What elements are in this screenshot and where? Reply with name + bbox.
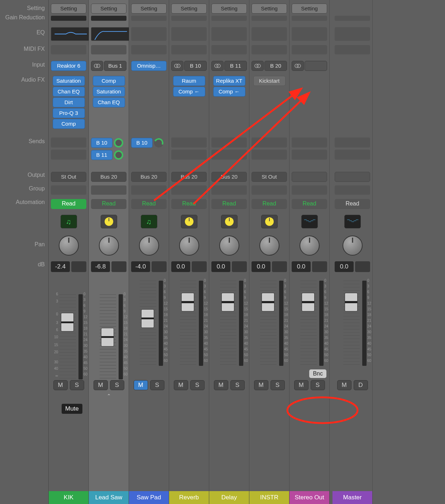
db-value[interactable]: 0.0 [292, 261, 311, 272]
input-plugin[interactable]: Omnisp… [131, 61, 167, 71]
track-type-icon[interactable]: ♫ [61, 215, 77, 228]
group-slot[interactable] [51, 185, 86, 195]
fader-handle[interactable] [141, 309, 154, 328]
audio-fx-slot[interactable] [335, 76, 370, 133]
fader-handle[interactable] [181, 293, 194, 311]
mute-button[interactable]: M [134, 380, 148, 390]
setting-button[interactable]: Setting [292, 4, 327, 14]
pan-knob[interactable] [219, 236, 239, 256]
solo-button[interactable]: S [230, 380, 245, 390]
fader-area[interactable]: 03691215182124303540455060 [131, 278, 171, 368]
input-plugin[interactable]: Reaktor 6 [51, 61, 86, 71]
eq-thumbnail[interactable] [171, 27, 207, 41]
setting-button[interactable]: Setting [51, 4, 86, 14]
mute-button[interactable]: M [254, 380, 268, 390]
sends-slot[interactable] [211, 137, 247, 163]
stereo-icon[interactable] [252, 61, 264, 71]
db-value[interactable]: 0.0 [211, 261, 230, 272]
audio-fx-plugin[interactable]: Replika XT [213, 76, 245, 86]
audio-fx-slot[interactable]: SaturationChan EQDirtPro-Q 3Comp [51, 76, 86, 133]
input-slot[interactable]: Bus 1 [91, 61, 126, 71]
setting-button[interactable]: Setting [252, 4, 287, 14]
sends-slot[interactable] [252, 137, 287, 163]
channel-strip-sawpad[interactable]: SettingOmnisp…B 10Bus 20Read♫-4.00369121… [129, 0, 169, 504]
stereo-icon[interactable] [292, 61, 304, 71]
input-slot[interactable] [292, 61, 327, 71]
track-type-icon[interactable] [261, 215, 278, 228]
midi-fx-slot[interactable] [91, 45, 126, 54]
pan-knob[interactable] [179, 236, 199, 256]
setting-button[interactable]: Setting [171, 4, 207, 14]
solo-button[interactable]: S [110, 380, 124, 390]
audio-fx-slot[interactable]: CompSaturationChan EQ [91, 76, 126, 133]
sends-slot[interactable] [51, 137, 86, 163]
solo-button[interactable]: S [70, 380, 84, 390]
output-slot[interactable] [292, 172, 327, 182]
midi-fx-slot[interactable] [335, 45, 370, 54]
input-slot[interactable]: Reaktor 6 [51, 61, 86, 71]
output-slot[interactable]: St Out [51, 172, 86, 182]
track-name[interactable]: INSTR [249, 491, 289, 504]
track-name[interactable]: Delay [209, 491, 249, 504]
fader-area[interactable]: 0369121518212430354045506063036101520304… [51, 292, 91, 382]
send-level-knob[interactable] [154, 138, 163, 147]
chevron-up-icon[interactable]: ⌃ [89, 393, 129, 399]
stereo-icon[interactable] [171, 61, 183, 71]
mute-button[interactable]: M [337, 380, 351, 390]
audio-fx-plugin[interactable]: Pro-Q 3 [53, 108, 85, 118]
channel-strip-reverb[interactable]: SettingB 10RaumComp ←Bus 20Read0.0036912… [169, 0, 209, 504]
group-slot[interactable] [171, 185, 207, 195]
group-slot[interactable] [211, 185, 247, 195]
midi-fx-slot[interactable] [51, 45, 86, 54]
input-bus-label[interactable]: B 20 [264, 61, 287, 71]
input-bus-label[interactable]: B 10 [184, 61, 207, 71]
channel-strip-kik[interactable]: SettingReaktor 6SaturationChan EQDirtPro… [49, 0, 89, 504]
audio-fx-plugin[interactable]: Raum [173, 76, 205, 86]
solo-button[interactable]: D [354, 380, 368, 390]
audio-fx-plugin[interactable]: Comp ← [173, 87, 205, 97]
fader-area[interactable]: 03691215182124303540455060 [252, 278, 291, 368]
solo-button[interactable]: S [150, 380, 164, 390]
eq-thumbnail[interactable] [335, 27, 370, 41]
output-slot[interactable]: Bus 20 [131, 172, 167, 182]
group-slot[interactable] [131, 185, 167, 195]
fader-handle[interactable] [61, 313, 74, 331]
output-slot[interactable]: Bus 20 [91, 172, 126, 182]
db-value[interactable]: -2.4 [51, 261, 70, 272]
channel-strip-master[interactable]: Read⎺⎻⎼⎻⎺0.003691215182124303540455060MD… [332, 0, 373, 504]
midi-fx-slot[interactable] [171, 45, 207, 54]
stereo-icon[interactable] [211, 61, 224, 71]
sends-slot[interactable]: B 10 [131, 137, 167, 163]
db-value[interactable]: 0.0 [252, 261, 271, 272]
send-level-knob[interactable] [114, 150, 123, 160]
group-slot[interactable] [335, 185, 370, 195]
track-type-icon[interactable]: ♫ [141, 215, 157, 228]
mute-button[interactable]: M [94, 380, 108, 390]
track-name[interactable]: Saw Pad [129, 491, 169, 504]
send-bus[interactable]: B 11 [91, 150, 113, 160]
audio-fx-slot[interactable]: RaumComp ← [171, 76, 207, 133]
pan-knob[interactable] [59, 236, 79, 256]
setting-button[interactable]: Setting [131, 4, 167, 14]
automation-mode-button[interactable]: Read [91, 199, 126, 209]
fader-area[interactable]: 03691215182124303540455060 [171, 278, 211, 368]
db-value[interactable]: -6.8 [91, 261, 110, 272]
automation-mode-button[interactable]: Read [171, 199, 207, 209]
fader-area[interactable]: 03691215182124303540455060 [211, 278, 251, 368]
solo-button[interactable]: S [271, 380, 285, 390]
group-slot[interactable] [292, 185, 327, 195]
input-slot[interactable]: B 11 [211, 61, 247, 71]
group-slot[interactable] [252, 185, 287, 195]
midi-fx-slot[interactable] [292, 45, 327, 54]
eq-thumbnail[interactable] [51, 27, 91, 41]
input-bus-label[interactable]: B 11 [224, 61, 247, 71]
solo-button[interactable]: S [190, 380, 205, 390]
audio-fx-slot[interactable] [131, 76, 167, 133]
mute-button[interactable]: M [214, 380, 228, 390]
pan-knob[interactable] [300, 236, 320, 256]
track-type-icon[interactable] [101, 215, 117, 228]
audio-fx-slot[interactable]: Kickstart [252, 76, 287, 133]
fader-handle[interactable] [221, 293, 234, 311]
automation-mode-button[interactable]: Read [335, 199, 370, 209]
track-type-icon[interactable]: ⎺⎻⎼⎻⎺ [301, 215, 318, 228]
